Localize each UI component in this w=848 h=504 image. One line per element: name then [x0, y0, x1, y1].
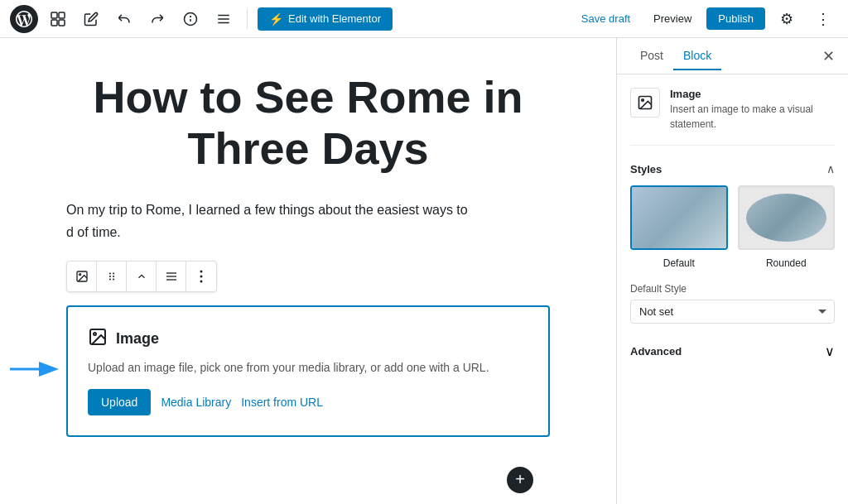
style-default-image [632, 187, 726, 248]
style-default-preview [630, 185, 728, 250]
svg-point-16 [108, 278, 110, 280]
advanced-header[interactable]: Advanced ∨ [630, 337, 835, 366]
sidebar-content: Image Insert an image to make a visual s… [617, 74, 848, 379]
advanced-label: Advanced [630, 345, 682, 358]
default-style-section: Default Style Not set [630, 283, 835, 324]
add-block-toolbar-btn[interactable] [45, 6, 71, 32]
svg-point-11 [79, 273, 80, 275]
block-info-section: Image Insert an image to make a visual s… [630, 88, 835, 146]
style-option-rounded[interactable]: Rounded [738, 185, 836, 270]
block-icon [630, 88, 660, 118]
media-library-btn[interactable]: Media Library [161, 396, 231, 409]
svg-point-14 [108, 276, 110, 277]
sidebar-close-btn[interactable]: ✕ [822, 47, 835, 65]
upload-btn[interactable]: Upload [88, 389, 151, 415]
styles-label: Styles [630, 163, 662, 175]
add-new-block-btn[interactable]: + [507, 467, 533, 493]
block-toolbar [66, 261, 217, 292]
image-block-description: Upload an image file, pick one from your… [88, 361, 528, 374]
move-up-btn[interactable] [127, 262, 157, 291]
svg-point-21 [200, 270, 203, 272]
arrow-indicator [8, 357, 62, 385]
svg-point-13 [113, 272, 114, 274]
insert-from-url-btn[interactable]: Insert from URL [241, 396, 323, 409]
settings-btn[interactable]: ⚙ [772, 4, 802, 34]
svg-point-26 [94, 333, 96, 335]
styles-section: Styles ∧ Default Rounded [630, 162, 835, 324]
svg-rect-2 [51, 20, 57, 26]
edit-with-elementor-btn[interactable]: ⚡ Edit with Elementor [258, 7, 393, 31]
image-icon [88, 327, 108, 351]
style-option-default[interactable]: Default [630, 185, 728, 270]
style-rounded-label: Rounded [766, 257, 807, 269]
more-options-btn[interactable] [186, 262, 216, 291]
main-layout: How to See Rome in Three Days On my trip… [0, 38, 848, 504]
block-name: Image [670, 88, 835, 100]
sidebar-tabs: Post Block ✕ [617, 38, 848, 74]
save-draft-btn[interactable]: Save draft [573, 7, 638, 30]
default-style-select[interactable]: Not set [630, 300, 835, 324]
style-default-label: Default [663, 257, 695, 269]
drag-handle-btn[interactable] [97, 262, 127, 291]
list-view-btn[interactable] [210, 6, 237, 32]
image-block-actions: Upload Media Library Insert from URL [88, 389, 528, 415]
svg-point-12 [108, 272, 110, 274]
svg-point-28 [642, 99, 644, 102]
toolbar-divider [247, 9, 248, 29]
info-btn[interactable] [177, 6, 204, 32]
block-description: Insert an image to make a visual stateme… [670, 102, 835, 132]
options-btn[interactable]: ⋮ [808, 4, 838, 34]
align-btn[interactable] [157, 262, 186, 291]
block-type-btn[interactable] [67, 262, 97, 291]
styles-toggle-btn[interactable]: ∧ [826, 162, 835, 175]
advanced-section: Advanced ∨ [630, 337, 835, 366]
publish-btn[interactable]: Publish [706, 7, 765, 30]
svg-point-22 [200, 275, 203, 277]
tab-block[interactable]: Block [673, 42, 721, 70]
image-block-title: Image [116, 330, 159, 348]
redo-btn[interactable] [144, 6, 171, 32]
svg-rect-3 [59, 20, 65, 26]
post-excerpt: On my trip to Rome, I learned a few thin… [66, 199, 550, 243]
wp-logo [10, 5, 38, 33]
svg-rect-0 [51, 12, 57, 18]
top-toolbar: ⚡ Edit with Elementor Save draft Preview… [0, 0, 848, 38]
svg-point-17 [113, 278, 114, 280]
style-rounded-preview [738, 185, 836, 250]
svg-rect-1 [59, 12, 65, 18]
sidebar: Post Block ✕ Image Insert an image to ma… [616, 38, 848, 504]
styles-grid: Default Rounded [630, 185, 835, 270]
svg-point-23 [200, 280, 203, 282]
edit-tool-btn[interactable] [78, 6, 104, 32]
undo-btn[interactable] [111, 6, 137, 32]
style-rounded-image [746, 194, 827, 242]
post-title[interactable]: How to See Rome in Three Days [66, 71, 550, 174]
default-style-label: Default Style [630, 283, 835, 295]
preview-btn[interactable]: Preview [645, 7, 700, 30]
svg-point-15 [113, 276, 114, 277]
wordpress-icon [16, 11, 32, 27]
image-block-wrapper: Image Upload an image file, pick one fro… [66, 305, 550, 437]
styles-header: Styles ∧ [630, 162, 835, 175]
block-meta: Image Insert an image to make a visual s… [670, 88, 835, 132]
image-block-header: Image [88, 327, 528, 351]
image-block: Image Upload an image file, pick one fro… [66, 305, 550, 437]
advanced-toggle-icon: ∨ [825, 343, 835, 359]
editor-area: How to See Rome in Three Days On my trip… [0, 38, 616, 504]
tab-post[interactable]: Post [630, 42, 673, 70]
